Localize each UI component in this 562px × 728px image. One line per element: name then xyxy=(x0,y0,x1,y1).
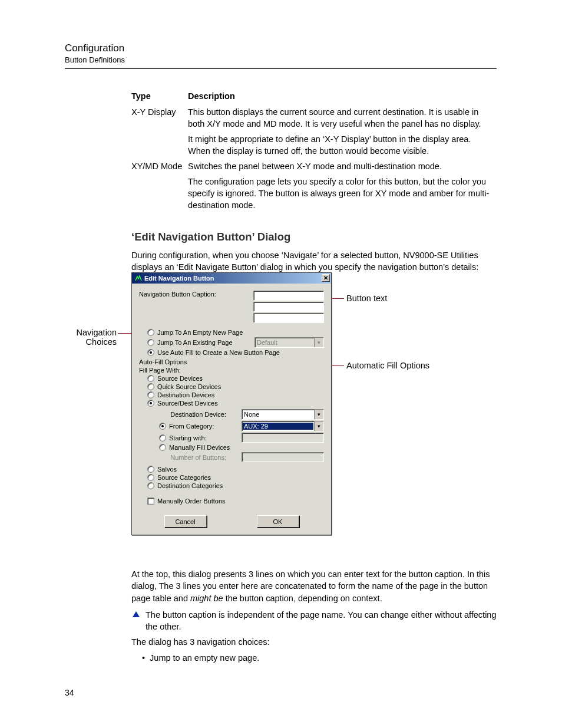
caption-line-1-input[interactable] xyxy=(253,291,324,301)
num-buttons-label: Number of Buttons: xyxy=(159,454,226,461)
callout-line-nav xyxy=(118,333,131,334)
from-category-combo[interactable]: AUX: 29 xyxy=(242,421,324,431)
label-jump-existing: Jump To An Existing Page xyxy=(157,339,233,346)
after-figure-text: At the top, this dialog presents 3 lines… xyxy=(131,568,497,665)
bullet-1-text: Jump to an empty new page. xyxy=(150,653,259,663)
callout-button-text: Button text xyxy=(346,294,387,303)
starting-with-input[interactable] xyxy=(242,433,324,443)
label-source-categories: Source Categories xyxy=(157,474,211,481)
radio-from-category[interactable] xyxy=(159,423,166,430)
callout-nav-choices-l1: Navigation xyxy=(71,328,117,337)
desc-xymd-p2: The configuration page lets you specify … xyxy=(188,174,497,213)
note-triangle-icon xyxy=(133,611,140,617)
label-manual-fill: Manually Fill Devices xyxy=(169,444,230,451)
label-destination-categories: Destination Categories xyxy=(157,482,223,489)
existing-page-combo[interactable]: Default xyxy=(254,337,324,348)
note-block: The button caption is independent of the… xyxy=(131,609,497,633)
callout-autofill: Automatic Fill Options xyxy=(346,361,429,370)
page-subtitle: Button Definitions xyxy=(65,55,497,64)
radio-salvos[interactable] xyxy=(147,466,154,473)
intro-paragraph: During configuration, when you choose ‘N… xyxy=(131,249,497,274)
after-p1b: the button caption, depending on context… xyxy=(223,594,382,603)
autofill-section-label: Auto-Fill Options xyxy=(139,358,324,365)
content-column: Type Description X-Y Display This button… xyxy=(131,90,497,278)
app-logo-icon xyxy=(134,275,142,282)
fill-page-with-label: Fill Page With: xyxy=(139,367,324,374)
section-heading: ‘Edit Navigation Button’ Dialog xyxy=(131,230,497,243)
radio-source-dest-devices[interactable] xyxy=(147,400,154,407)
label-source-devices: Source Devices xyxy=(157,375,203,382)
label-source-dest-devices: Source/Dest Devices xyxy=(157,400,218,407)
after-p1-em: might be xyxy=(190,594,223,603)
radio-quick-source[interactable] xyxy=(147,383,154,390)
chevron-down-icon xyxy=(314,410,323,419)
chevron-down-icon xyxy=(314,421,323,431)
dialog-title: Edit Navigation Button xyxy=(144,275,214,282)
type-xy-display: X-Y Display xyxy=(131,104,188,131)
label-salvos: Salvos xyxy=(157,466,177,473)
callout-nav-choices: Navigation Choices xyxy=(71,328,117,347)
bullet-1: • Jump to an empty new page. xyxy=(142,653,497,663)
label-quick-source: Quick Source Devices xyxy=(157,383,221,390)
radio-manual-fill[interactable] xyxy=(159,444,166,451)
callout-line-btn-text xyxy=(332,298,344,299)
label-from-category: From Category: xyxy=(169,423,226,430)
page-header: Configuration Button Definitions xyxy=(65,42,497,64)
label-starting-with: Starting with: xyxy=(169,434,226,442)
radio-jump-empty[interactable] xyxy=(147,329,154,336)
radio-starting-with[interactable] xyxy=(159,434,166,442)
col-header-type: Type xyxy=(131,90,188,104)
page-number: 34 xyxy=(65,688,74,697)
label-destination-devices: Destination Devices xyxy=(157,391,214,398)
accent-button-text xyxy=(332,284,332,315)
check-manual-order[interactable] xyxy=(147,498,154,505)
dialog-titlebar[interactable]: Edit Navigation Button ✕ xyxy=(132,273,331,284)
radio-source-devices[interactable] xyxy=(147,375,154,382)
radio-source-categories[interactable] xyxy=(147,474,154,481)
page-title: Configuration xyxy=(65,42,497,54)
label-autofill: Use Auto Fill to Create a New Button Pag… xyxy=(157,349,280,356)
desc-xymd-p1: Switches the panel between X-Y mode and … xyxy=(188,159,497,174)
num-buttons-input xyxy=(242,452,324,462)
caption-line-3-input[interactable] xyxy=(253,313,324,323)
dest-device-combo[interactable]: None xyxy=(242,409,324,420)
note-text: The button caption is independent of the… xyxy=(146,609,497,633)
callout-nav-choices-l2: Choices xyxy=(71,337,117,347)
existing-page-value: Default xyxy=(255,339,314,346)
button-types-table: Type Description X-Y Display This button… xyxy=(131,90,497,213)
after-p2: The dialog has 3 navigation choices: xyxy=(131,636,497,648)
radio-autofill[interactable] xyxy=(147,349,154,356)
header-rule xyxy=(65,68,497,69)
radio-destination-devices[interactable] xyxy=(147,391,154,398)
close-icon[interactable]: ✕ xyxy=(322,274,330,282)
label-jump-empty: Jump To An Empty New Page xyxy=(157,329,243,336)
callout-line-autofill xyxy=(332,365,344,366)
chevron-down-icon xyxy=(314,338,323,347)
dest-device-label: Destination Device: xyxy=(159,411,226,418)
bullet-dot-icon: • xyxy=(142,653,145,663)
radio-jump-existing[interactable] xyxy=(147,339,154,346)
ok-button[interactable]: OK xyxy=(257,515,299,528)
type-xymd-mode: XY/MD Mode xyxy=(131,159,188,174)
accent-autofill xyxy=(332,347,332,529)
desc-xy-display-p2: It might be appropriate to define an ‘X-… xyxy=(188,131,497,159)
col-header-description: Description xyxy=(188,90,497,104)
label-manual-order: Manually Order Buttons xyxy=(157,498,226,505)
cancel-button[interactable]: Cancel xyxy=(164,515,207,528)
edit-navigation-button-dialog: Edit Navigation Button ✕ Navigation Butt… xyxy=(131,272,332,535)
desc-xy-display-p1: This button displays the current source … xyxy=(188,104,497,131)
caption-label: Navigation Button Caption: xyxy=(139,291,216,298)
radio-destination-categories[interactable] xyxy=(147,482,154,489)
after-p1: At the top, this dialog presents 3 lines… xyxy=(131,568,497,604)
from-category-value: AUX: 29 xyxy=(243,423,313,430)
dest-device-value: None xyxy=(242,411,314,418)
caption-line-2-input[interactable] xyxy=(253,302,324,312)
